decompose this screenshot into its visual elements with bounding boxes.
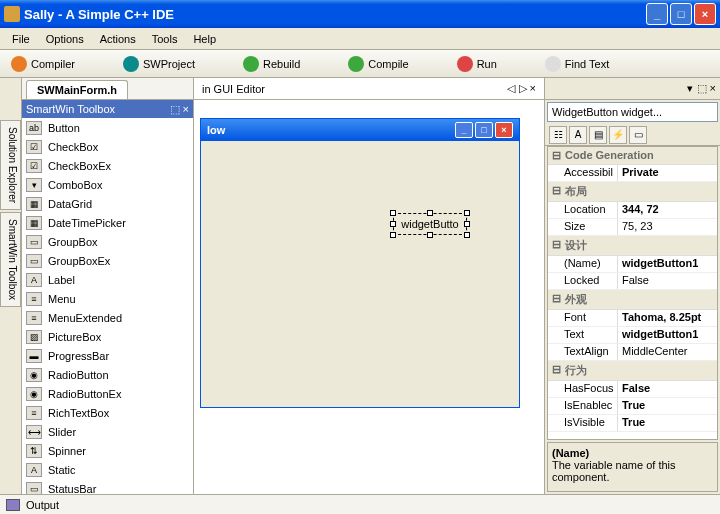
properties-button[interactable]: ▤ — [589, 126, 607, 144]
toolbox-item-datetimepicker[interactable]: ▦DateTimePicker — [22, 213, 193, 232]
rail-tab-smartwin-toolbox[interactable]: SmartWin Toolbox — [0, 212, 21, 307]
maximize-button[interactable]: □ — [670, 3, 692, 25]
minimize-button[interactable]: _ — [646, 3, 668, 25]
toolbox-item-label[interactable]: ALabel — [22, 270, 193, 289]
prop-category[interactable]: ⊟布局 — [548, 182, 717, 202]
toolbox-item-progressbar[interactable]: ▬ProgressBar — [22, 346, 193, 365]
toolbar-compile[interactable]: Compile — [341, 53, 415, 75]
output-tab[interactable]: Output — [26, 499, 59, 511]
toolbox-item-groupboxex[interactable]: ▭GroupBoxEx — [22, 251, 193, 270]
prop-value[interactable]: 75, 23 — [618, 219, 717, 235]
menu-tools[interactable]: Tools — [144, 31, 186, 47]
doc-tab-swmainform[interactable]: SWMainForm.h — [26, 80, 128, 99]
prop-row[interactable]: Location344, 72 — [548, 202, 717, 219]
prop-page-button[interactable]: ▭ — [629, 126, 647, 144]
prop-category[interactable]: ⊟Code Generation — [548, 147, 717, 165]
prop-category[interactable]: ⊟外观 — [548, 290, 717, 310]
menu-options[interactable]: Options — [38, 31, 92, 47]
menu-icon: ≡ — [26, 292, 42, 306]
design-surface[interactable]: low _ □ × widgetButto — [194, 100, 544, 494]
prop-row[interactable]: IsVisibleTrue — [548, 415, 717, 432]
prop-value[interactable]: Private — [618, 165, 717, 181]
property-grid[interactable]: ⊟Code GenerationAccessibilPrivate⊟布局Loca… — [547, 146, 718, 440]
toolbar-rebuild[interactable]: Rebuild — [236, 53, 307, 75]
toolbox-item-radiobutton[interactable]: ◉RadioButton — [22, 365, 193, 384]
alpha-sort-button[interactable]: A — [569, 126, 587, 144]
collapse-icon[interactable]: ⊟ — [552, 149, 561, 162]
toolbox-item-datagrid[interactable]: ▦DataGrid — [22, 194, 193, 213]
toolbar-find-text[interactable]: Find Text — [538, 53, 616, 75]
toolbox-item-checkbox[interactable]: ☑CheckBox — [22, 137, 193, 156]
toolbar-compiler[interactable]: Compiler — [4, 53, 82, 75]
form-close-button[interactable]: × — [495, 122, 513, 138]
close-button[interactable]: × — [694, 3, 716, 25]
prop-row[interactable]: Size75, 23 — [548, 219, 717, 236]
toolbox-item-spinner[interactable]: ⇅Spinner — [22, 441, 193, 460]
rail-tab-solution-explorer[interactable]: Solution Explorer — [0, 120, 21, 210]
toolbox-item-statusbar[interactable]: ▭StatusBar — [22, 479, 193, 494]
rebuild-icon — [243, 56, 259, 72]
collapse-icon[interactable]: ⊟ — [552, 363, 561, 378]
toolbox-panel: SWMainForm.h SmartWin Toolbox ⬚ × abButt… — [22, 78, 194, 494]
selected-widget-button[interactable]: widgetButto — [393, 213, 467, 235]
prop-category[interactable]: ⊟行为 — [548, 361, 717, 381]
prop-name: Text — [548, 327, 618, 343]
form-canvas[interactable]: widgetButto — [201, 141, 519, 407]
form-minimize-button[interactable]: _ — [455, 122, 473, 138]
prop-value[interactable]: MiddleCenter — [618, 344, 717, 360]
form-maximize-button[interactable]: □ — [475, 122, 493, 138]
form-window[interactable]: low _ □ × widgetButto — [200, 118, 520, 408]
collapse-icon[interactable]: ⊟ — [552, 238, 561, 253]
toolbox-item-picturebox[interactable]: ▨PictureBox — [22, 327, 193, 346]
titlebar: Sally - A Simple C++ IDE _ □ × — [0, 0, 720, 28]
menu-file[interactable]: File — [4, 31, 38, 47]
collapse-icon[interactable]: ⊟ — [552, 184, 561, 199]
collapse-icon[interactable]: ⊟ — [552, 292, 561, 307]
categorized-button[interactable]: ☷ — [549, 126, 567, 144]
prop-row[interactable]: TextAlignMiddleCenter — [548, 344, 717, 361]
prop-row[interactable]: TextwidgetButton1 — [548, 327, 717, 344]
prop-row[interactable]: AccessibilPrivate — [548, 165, 717, 182]
toolbox-item-groupbox[interactable]: ▭GroupBox — [22, 232, 193, 251]
prop-value[interactable]: widgetButton1 — [618, 327, 717, 343]
pin-icon[interactable]: ▾ ⬚ × — [687, 82, 716, 95]
toolbox-title: SmartWin Toolbox — [26, 103, 115, 115]
property-help: (Name) The variable name of this compone… — [547, 442, 718, 492]
prop-value[interactable]: True — [618, 398, 717, 414]
prop-row[interactable]: LockedFalse — [548, 273, 717, 290]
toolbox-item-button[interactable]: abButton — [22, 118, 193, 137]
picturebox-icon: ▨ — [26, 330, 42, 344]
prop-row[interactable]: FontTahoma, 8.25pt — [548, 310, 717, 327]
prop-value[interactable]: True — [618, 415, 717, 431]
toolbox-item-static[interactable]: AStatic — [22, 460, 193, 479]
toolbox-item-combobox[interactable]: ▾ComboBox — [22, 175, 193, 194]
toolbox-item-radiobuttonex[interactable]: ◉RadioButtonEx — [22, 384, 193, 403]
toolbox-item-checkboxex[interactable]: ☑CheckBoxEx — [22, 156, 193, 175]
toolbar-run[interactable]: Run — [450, 53, 504, 75]
prop-value[interactable]: False — [618, 273, 717, 289]
prop-value[interactable]: Tahoma, 8.25pt — [618, 310, 717, 326]
toolbox-item-richtextbox[interactable]: ≡RichTextBox — [22, 403, 193, 422]
prop-row[interactable]: HasFocusFalse — [548, 381, 717, 398]
property-toolbar: ☷ A ▤ ⚡ ▭ — [545, 124, 720, 146]
prop-value[interactable]: 344, 72 — [618, 202, 717, 218]
richtextbox-icon: ≡ — [26, 406, 42, 420]
prop-value[interactable]: False — [618, 381, 717, 397]
prop-category[interactable]: ⊟设计 — [548, 236, 717, 256]
prop-value[interactable]: widgetButton1 — [618, 256, 717, 272]
toolbar-swproject[interactable]: SWProject — [116, 53, 202, 75]
toolbox-pin-icon[interactable]: ⬚ × — [170, 103, 189, 116]
toolbox-item-slider[interactable]: ⟷Slider — [22, 422, 193, 441]
checkboxex-icon: ☑ — [26, 159, 42, 173]
toolbox-item-menuextended[interactable]: ≡MenuExtended — [22, 308, 193, 327]
app-icon — [4, 6, 20, 22]
toolbox-item-menu[interactable]: ≡Menu — [22, 289, 193, 308]
property-object-selector[interactable]: WidgetButton widget... — [547, 102, 718, 122]
prop-row[interactable]: (Name)widgetButton1 — [548, 256, 717, 273]
events-button[interactable]: ⚡ — [609, 126, 627, 144]
form-titlebar[interactable]: low _ □ × — [201, 119, 519, 141]
menu-help[interactable]: Help — [185, 31, 224, 47]
editor-nav-icons[interactable]: ◁ ▷ × — [507, 82, 536, 95]
menu-actions[interactable]: Actions — [92, 31, 144, 47]
prop-row[interactable]: IsEnablecTrue — [548, 398, 717, 415]
